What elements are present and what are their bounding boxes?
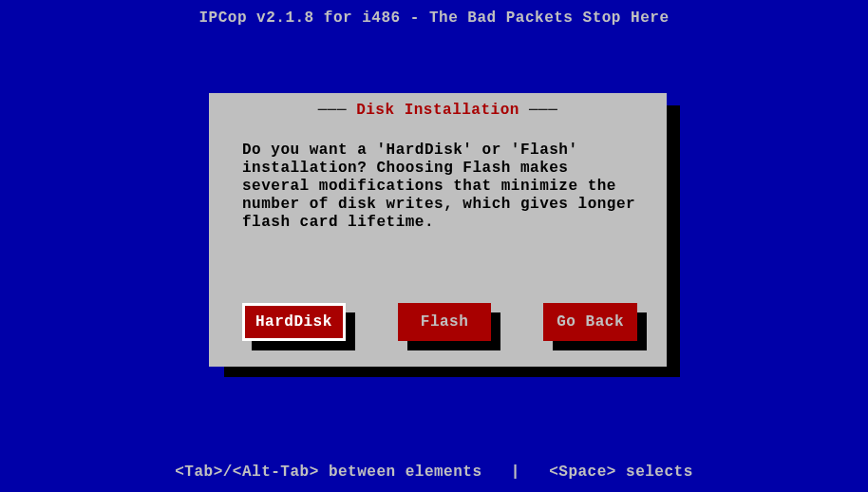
button-row: HardDisk Flash Go Back (242, 303, 637, 341)
flash-button[interactable]: Flash (398, 303, 492, 341)
disk-installation-dialog: ─── Disk Installation ─── Do you want a … (209, 93, 667, 367)
flash-button-wrap: Flash (398, 303, 492, 341)
dialog-body-text: Do you want a 'HardDisk' or 'Flash' inst… (242, 142, 637, 232)
harddisk-button-wrap: HardDisk (242, 303, 346, 341)
goback-button-wrap: Go Back (543, 303, 637, 341)
page-title: IPCop v2.1.8 for i486 - The Bad Packets … (6, 9, 862, 27)
frame-dash-right: ─── (519, 102, 557, 119)
frame-dash-left: ─── (318, 102, 356, 119)
dialog-title: Disk Installation (356, 102, 519, 119)
harddisk-button[interactable]: HardDisk (242, 303, 346, 341)
installer-screen: IPCop v2.1.8 for i486 - The Bad Packets … (6, 6, 862, 486)
dialog-title-row: ─── Disk Installation ─── (210, 102, 666, 119)
footer-help-text: <Tab>/<Alt-Tab> between elements | <Spac… (6, 464, 862, 481)
goback-button[interactable]: Go Back (543, 303, 637, 341)
flash-button-label: Flash (421, 313, 469, 331)
